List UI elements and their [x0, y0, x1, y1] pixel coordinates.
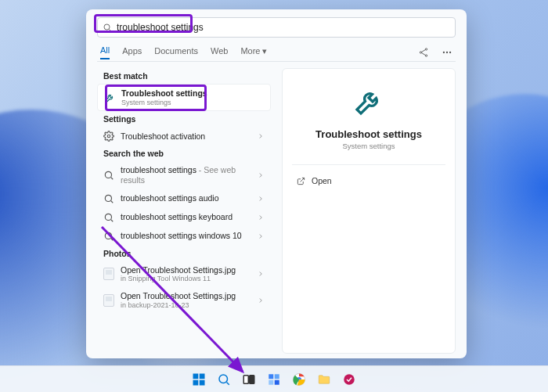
chevron-right-icon: [257, 232, 265, 240]
more-icon[interactable]: [442, 47, 452, 58]
svg-line-18: [111, 238, 114, 240]
open-external-icon: [297, 177, 305, 185]
svg-point-3: [420, 52, 421, 53]
svg-line-25: [226, 382, 229, 384]
section-search-web: Search the web: [103, 149, 271, 158]
app-button[interactable]: [341, 371, 358, 388]
result-title: troubleshoot settings keyboard: [121, 212, 251, 222]
svg-point-8: [446, 52, 447, 52]
result-title: troubleshoot settings windows 10: [121, 231, 251, 241]
svg-line-16: [111, 219, 114, 221]
preview-subtitle: System settings: [342, 142, 395, 150]
tab-documents[interactable]: Documents: [154, 46, 198, 59]
start-button[interactable]: [190, 371, 207, 388]
svg-line-6: [422, 53, 426, 56]
tab-more[interactable]: More ▾: [240, 46, 267, 59]
open-action[interactable]: Open: [292, 173, 337, 189]
result-subtitle: System settings: [121, 99, 264, 107]
widgets-button[interactable]: [265, 371, 283, 388]
chevron-right-icon: [257, 270, 265, 278]
result-subtitle: in backup-2021-10-23: [121, 301, 251, 310]
search-icon: [103, 23, 112, 32]
tab-web[interactable]: Web: [211, 46, 228, 59]
svg-point-17: [105, 232, 111, 239]
svg-line-14: [111, 200, 114, 203]
gear-icon: [103, 131, 114, 142]
image-thumb-icon: [103, 268, 114, 279]
chrome-button[interactable]: [290, 371, 308, 388]
search-tabs: All Apps Documents Web More ▾: [97, 45, 456, 59]
result-web-item[interactable]: troubleshoot settings keyboard: [97, 208, 271, 227]
svg-rect-29: [275, 374, 279, 379]
preview-pane: Troubleshoot settings System settings Op…: [282, 68, 456, 354]
svg-rect-31: [275, 379, 279, 384]
result-settings-item[interactable]: Troubleshoot activation: [97, 127, 271, 146]
search-icon: [103, 193, 114, 204]
result-title: Open Troubleshoot Settings.jpg: [121, 265, 236, 275]
share-icon[interactable]: [418, 47, 429, 58]
result-best-match[interactable]: Troubleshoot settings System settings: [97, 84, 271, 111]
search-icon: [103, 170, 114, 181]
chevron-right-icon: [257, 195, 265, 203]
svg-rect-27: [250, 375, 254, 383]
result-title: troubleshoot settings: [121, 165, 196, 174]
chevron-right-icon: [257, 297, 265, 304]
open-label: Open: [312, 176, 332, 185]
results-list: Best match Troubleshoot settings System …: [97, 68, 271, 354]
search-field[interactable]: [97, 17, 456, 38]
svg-point-9: [450, 52, 451, 52]
divider: [292, 164, 445, 165]
svg-point-15: [105, 214, 111, 220]
svg-point-24: [219, 375, 228, 383]
preview-title: Troubleshoot settings: [315, 128, 422, 140]
section-best-match: Best match: [103, 71, 271, 81]
svg-rect-26: [243, 375, 248, 383]
start-search-panel: All Apps Documents Web More ▾ Best match…: [86, 9, 467, 358]
svg-rect-20: [193, 373, 199, 379]
chevron-right-icon: [257, 132, 265, 140]
result-photo-item[interactable]: Open Troubleshoot Settings.jpgin Snippin…: [97, 261, 271, 287]
tab-all[interactable]: All: [100, 45, 110, 59]
result-title: Open Troubleshoot Settings.jpg: [121, 291, 236, 300]
taskbar: [0, 365, 548, 392]
explorer-button[interactable]: [315, 371, 333, 388]
task-view-button[interactable]: [240, 371, 258, 388]
tab-apps[interactable]: Apps: [122, 46, 142, 59]
svg-point-10: [107, 135, 110, 138]
svg-rect-28: [269, 374, 273, 379]
search-icon: [103, 212, 114, 223]
result-photo-item[interactable]: Open Troubleshoot Settings.jpgin backup-…: [97, 287, 271, 313]
svg-line-1: [109, 29, 110, 31]
svg-point-0: [104, 24, 110, 30]
svg-point-7: [443, 52, 444, 52]
svg-point-11: [105, 171, 111, 178]
result-web-item[interactable]: troubleshoot settings - See web results: [97, 161, 271, 189]
chevron-right-icon: [257, 171, 265, 179]
svg-rect-22: [193, 379, 199, 385]
divider: [97, 61, 456, 62]
chevron-right-icon: [257, 214, 265, 221]
svg-rect-23: [200, 379, 205, 385]
section-settings: Settings: [103, 114, 271, 124]
result-title: troubleshoot settings audio: [121, 193, 251, 203]
wrench-icon: [104, 92, 115, 103]
image-thumb-icon: [103, 295, 114, 306]
svg-point-2: [425, 49, 427, 50]
svg-point-13: [105, 195, 111, 201]
search-icon: [103, 231, 114, 242]
svg-point-34: [344, 374, 355, 385]
svg-line-5: [422, 50, 426, 52]
result-subtitle: in Snipping Tool Windows 11: [121, 275, 251, 283]
result-web-item[interactable]: troubleshoot settings audio: [97, 189, 271, 208]
section-photos: Photos: [103, 249, 271, 258]
search-input[interactable]: [117, 22, 450, 33]
result-title: Troubleshoot settings: [121, 88, 207, 98]
result-title: Troubleshoot activation: [121, 131, 251, 142]
svg-point-4: [425, 55, 427, 56]
svg-rect-21: [200, 373, 205, 379]
wrench-icon: [353, 86, 384, 120]
result-web-item[interactable]: troubleshoot settings windows 10: [97, 227, 271, 246]
svg-line-12: [111, 178, 114, 180]
svg-rect-30: [269, 379, 273, 384]
taskbar-search-button[interactable]: [215, 371, 233, 388]
